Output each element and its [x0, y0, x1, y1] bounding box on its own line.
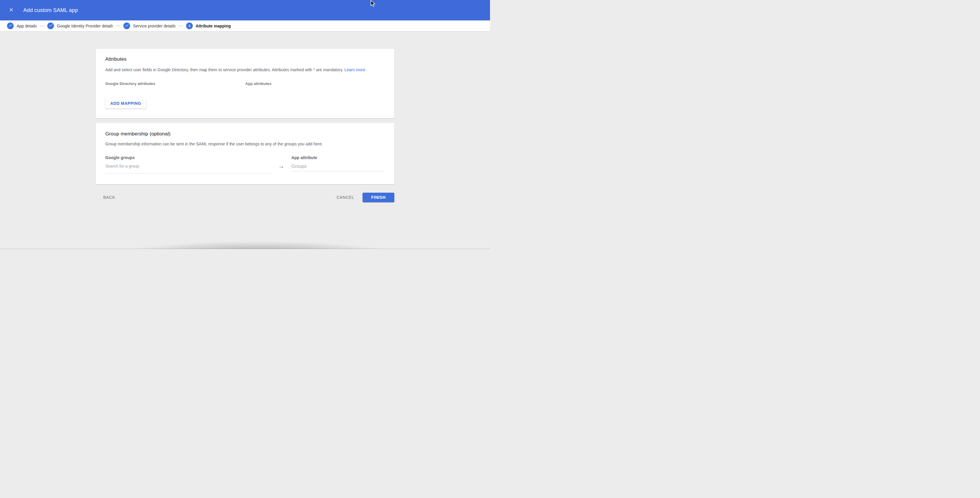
learn-more-link[interactable]: Learn more: [344, 67, 366, 72]
step-google-idp-details[interactable]: Google Identity Provider details: [47, 22, 113, 29]
step-2-label: Google Identity Provider details: [57, 24, 113, 28]
stepper: App details Google Identity Provider det…: [0, 21, 490, 32]
right-arrow-icon: →: [278, 163, 285, 169]
app-attribute-label: App attribute: [291, 155, 317, 160]
group-field-labels: Google groups App attribute: [105, 155, 385, 160]
attribute-column-headers: Google Directory attributes App attribut…: [105, 81, 385, 86]
step-attribute-mapping[interactable]: 4 Attribute mapping: [186, 22, 231, 29]
step-app-details[interactable]: App details: [7, 22, 37, 29]
app-attribute-groups-input[interactable]: [291, 162, 384, 171]
back-button[interactable]: BACK: [103, 193, 116, 202]
check-icon: [8, 23, 13, 29]
step-4-label: Attribute mapping: [196, 24, 231, 28]
group-card-description: Group membership information can be sent…: [105, 141, 385, 147]
step-4-circle: 4: [186, 22, 193, 29]
google-groups-label: Google groups: [105, 155, 291, 160]
bottom-window-shadow: [89, 236, 426, 249]
step-connector: [40, 26, 45, 26]
mapping-arrow-wrap: →: [271, 162, 291, 169]
content: Attributes Add and select user fields in…: [0, 32, 490, 202]
attributes-card-description: Add and select user fields in Google Dir…: [105, 67, 385, 73]
step-connector: [178, 26, 183, 26]
step-1-circle: [7, 22, 14, 29]
step-2-circle: [47, 22, 54, 29]
cancel-button[interactable]: CANCEL: [336, 193, 355, 202]
step-1-label: App details: [17, 24, 37, 28]
dialog-title: Add custom SAML app: [23, 7, 78, 13]
dialog-header: Add custom SAML app: [0, 0, 490, 21]
close-button[interactable]: [6, 5, 16, 16]
group-membership-card: Group membership (optional) Group member…: [95, 123, 395, 184]
step-service-provider-details[interactable]: Service provider details: [123, 22, 176, 29]
attributes-description-text: Add and select user fields in Google Dir…: [105, 67, 343, 72]
finish-button[interactable]: FINISH: [363, 193, 395, 202]
group-card-title: Group membership (optional): [105, 131, 385, 137]
google-directory-attributes-header: Google Directory attributes: [105, 81, 245, 86]
step-3-label: Service provider details: [133, 24, 176, 28]
close-icon: [8, 7, 14, 13]
check-icon: [125, 23, 129, 29]
wizard-footer: BACK CANCEL FINISH: [95, 192, 395, 202]
attributes-card-title: Attributes: [105, 56, 385, 62]
attributes-card: Attributes Add and select user fields in…: [95, 49, 395, 118]
app-attributes-header: App attributes: [245, 81, 272, 86]
group-field-row: →: [105, 162, 385, 173]
step-3-circle: [123, 22, 130, 29]
bottom-edge-line: [0, 248, 490, 249]
step-connector: [116, 26, 121, 26]
check-icon: [49, 23, 53, 29]
step-4-number: 4: [188, 24, 191, 28]
group-search-input[interactable]: [105, 162, 271, 173]
add-mapping-button[interactable]: ADD MAPPING: [105, 98, 146, 109]
